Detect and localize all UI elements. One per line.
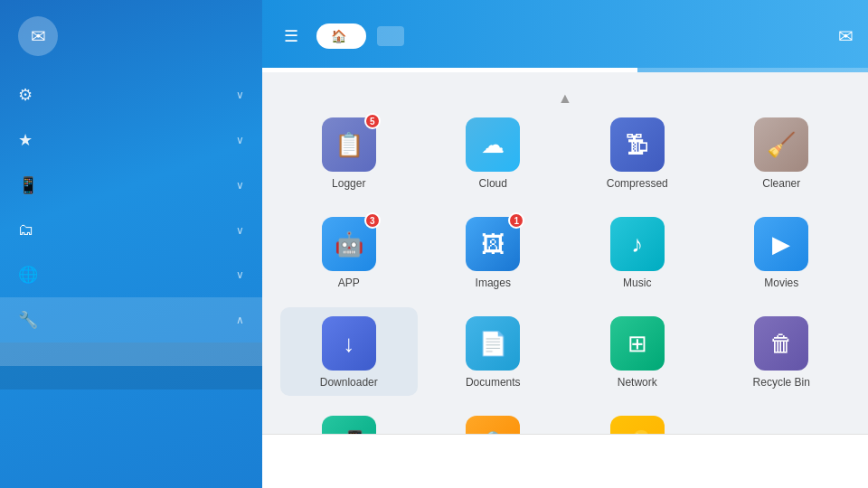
chevron-local: ∨ xyxy=(236,179,244,192)
bottom-bar xyxy=(262,434,868,488)
sidebar-item-favorite[interactable]: ★ ∨ xyxy=(0,117,262,163)
app-label-compressed: Compressed xyxy=(607,177,668,190)
chevron-tools: ∧ xyxy=(236,314,244,326)
app-item-logger[interactable]: 📋5Logger xyxy=(280,108,418,197)
app-icon-logger: 📋5 xyxy=(322,117,376,172)
collapse-icon[interactable]: ▲ xyxy=(558,90,572,107)
app-icon-viewonpc: 📲 xyxy=(322,416,376,434)
sidebar-item-settings[interactable]: ⚙ ∨ xyxy=(0,72,262,117)
chevron-favorite: ∨ xyxy=(236,134,244,146)
app-label-logger: Logger xyxy=(332,177,365,190)
app-label-recycle: Recycle Bin xyxy=(753,376,810,389)
app-label-app: APP xyxy=(338,277,360,289)
app-item-encrypted[interactable]: 🔑Encrypted xyxy=(569,407,706,434)
app-item-app[interactable]: 🤖3APP xyxy=(280,208,418,296)
settings-icon: ⚙ xyxy=(18,85,33,105)
sidebar-item-local[interactable]: 📱 ∨ xyxy=(0,163,262,208)
app-icon-cleaner: 🧹 xyxy=(754,117,808,172)
app-item-music[interactable]: ♪Music xyxy=(569,208,706,296)
chevron-network: ∨ xyxy=(236,268,244,281)
app-icon-network: ⊞ xyxy=(610,316,665,371)
badge-logger: 5 xyxy=(364,113,381,129)
app-item-movies[interactable]: ▶Movies xyxy=(713,208,851,296)
sidebar-mail-icon[interactable]: ✉ xyxy=(18,16,58,56)
app-icon-locker: 🔒 xyxy=(466,416,520,434)
app-icon-encrypted: 🔑 xyxy=(610,416,665,434)
topbar: ☰ 🏠 ✉ xyxy=(262,0,868,72)
chevron-settings: ∨ xyxy=(236,89,244,101)
app-label-cleaner: Cleaner xyxy=(762,177,800,190)
app-icon-music: ♪ xyxy=(610,217,665,271)
collapse-row: ▲ xyxy=(280,87,850,108)
topbar-mail-icon[interactable]: ✉ xyxy=(838,25,854,47)
app-icon-cloud: ☁ xyxy=(466,117,520,172)
app-icon-documents: 📄 xyxy=(466,316,520,371)
app-label-cloud: Cloud xyxy=(479,177,507,190)
menu-button[interactable]: ☰ xyxy=(277,23,306,50)
app-item-images[interactable]: 🖼1Images xyxy=(425,208,562,296)
favorite-icon: ★ xyxy=(18,130,33,150)
app-item-cloud[interactable]: ☁Cloud xyxy=(425,108,562,197)
app-item-documents[interactable]: 📄Documents xyxy=(425,307,562,396)
app-icon-images: 🖼1 xyxy=(466,217,520,271)
main-content: ☰ 🏠 ✉ ▲ 📋5Logger☁Cloud🗜Compressed🧹Cleane… xyxy=(262,0,868,488)
home-button[interactable]: 🏠 xyxy=(316,23,366,49)
badge-app: 3 xyxy=(364,212,381,229)
tools-sub-items xyxy=(0,343,262,389)
app-label-downloader: Downloader xyxy=(320,376,378,389)
app-label-documents: Documents xyxy=(466,376,521,389)
topbar-tag[interactable] xyxy=(377,26,404,46)
app-icon-downloader: ↓ xyxy=(322,316,376,371)
tools-icon: 🔧 xyxy=(18,310,38,330)
app-item-locker[interactable]: 🔒Locker xyxy=(425,407,562,434)
app-label-images: Images xyxy=(476,277,511,289)
sidebar: ✉ ⚙ ∨ ★ ∨ 📱 ∨ 🗂 ∨ 🌐 ∨ 🔧 xyxy=(0,0,262,488)
sidebar-item-tools[interactable]: 🔧 ∧ xyxy=(0,297,262,343)
app-icon-compressed: 🗜 xyxy=(610,117,665,172)
app-icon-recycle: 🗑 xyxy=(754,316,808,371)
sidebar-item-download-manager[interactable] xyxy=(0,343,262,366)
sidebar-item-library[interactable]: 🗂 ∨ xyxy=(0,208,262,252)
sidebar-nav: ⚙ ∨ ★ ∨ 📱 ∨ 🗂 ∨ 🌐 ∨ 🔧 ∧ xyxy=(0,72,262,488)
app-item-downloader[interactable]: ↓Downloader xyxy=(280,307,418,396)
app-item-recycle[interactable]: 🗑Recycle Bin xyxy=(713,307,851,396)
app-icon-movies: ▶ xyxy=(754,217,808,271)
local-icon: 📱 xyxy=(18,175,38,195)
home-icon: 🏠 xyxy=(331,29,346,43)
badge-images: 1 xyxy=(508,212,524,229)
sidebar-header: ✉ xyxy=(0,0,262,72)
sidebar-item-network[interactable]: 🌐 ∨ xyxy=(0,252,262,297)
app-label-network: Network xyxy=(618,376,657,389)
app-label-music: Music xyxy=(623,277,651,289)
app-grid: 📋5Logger☁Cloud🗜Compressed🧹Cleaner🤖3APP🖼1… xyxy=(280,108,850,434)
library-icon: 🗂 xyxy=(18,221,34,239)
network-icon: 🌐 xyxy=(18,265,38,285)
app-icon-app: 🤖3 xyxy=(322,217,376,271)
app-item-compressed[interactable]: 🗜Compressed xyxy=(569,108,706,197)
app-item-viewonpc[interactable]: 📲View on PC xyxy=(280,407,418,434)
app-item-cleaner[interactable]: 🧹Cleaner xyxy=(713,108,851,197)
chevron-library: ∨ xyxy=(236,224,244,237)
app-item-network[interactable]: ⊞Network xyxy=(569,307,706,396)
sidebar-item-system-manager[interactable] xyxy=(0,366,262,389)
app-grid-area: ▲ 📋5Logger☁Cloud🗜Compressed🧹Cleaner🤖3APP… xyxy=(262,72,868,434)
app-label-movies: Movies xyxy=(764,277,798,289)
